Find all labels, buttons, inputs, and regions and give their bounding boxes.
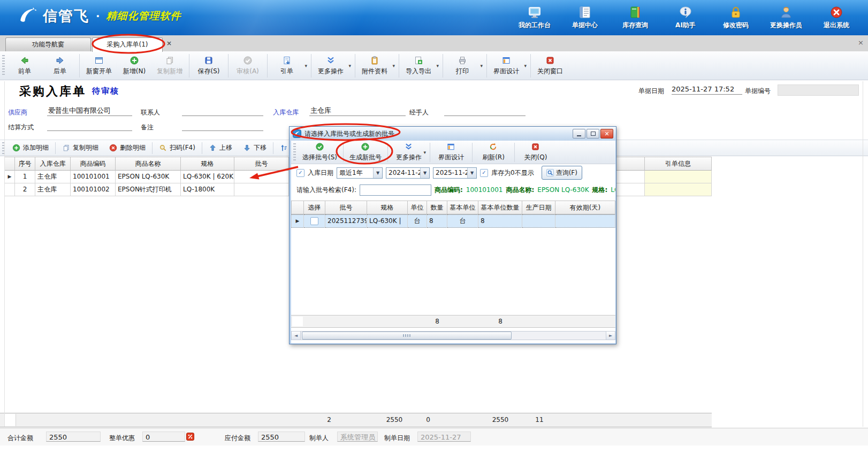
column-header[interactable]: 规格 [367, 201, 408, 214]
copy-detail-button[interactable]: 复制明细 [57, 141, 104, 155]
cell-qty[interactable]: 8 [427, 214, 447, 228]
batch-search-input[interactable] [360, 184, 431, 196]
scroll-left-arrow[interactable]: ◄ [292, 332, 301, 340]
nav-document-center[interactable]: 单据中心 [562, 4, 608, 31]
column-header[interactable]: 批号 [234, 157, 289, 171]
settle-field[interactable] [47, 121, 132, 131]
new-window-doc-button[interactable]: 新窗开单 [81, 53, 117, 79]
move-up-button[interactable]: 上移 [203, 141, 238, 155]
cell-batch[interactable] [234, 171, 289, 183]
supplier-field[interactable]: 爱普生中国有限公司 [47, 106, 132, 116]
column-header[interactable]: 选择 [304, 201, 325, 214]
nav-ai-assistant[interactable]: AI助手 [663, 4, 709, 31]
tab-purchase-inbound[interactable]: 采购入库单(1) [92, 37, 163, 52]
remark-field[interactable] [182, 121, 263, 131]
warehouse-field[interactable]: 主仓库 [309, 106, 406, 116]
horizontal-scrollbar[interactable]: ◄ ► [291, 331, 615, 340]
inbound-date-checkbox[interactable]: ✓ [296, 169, 304, 177]
cell-code[interactable]: 100101001 [71, 171, 116, 183]
batch-table-row[interactable]: ▶ 2025112739 LQ-630K | 台 8 台 8 [291, 214, 615, 228]
column-header[interactable]: 单位 [408, 201, 427, 214]
column-header[interactable]: 批号 [325, 201, 367, 214]
close-window-button[interactable]: 关闭窗口 [532, 53, 568, 79]
column-header[interactable]: 数量 [427, 201, 447, 214]
cell-seq[interactable]: 1 [15, 171, 35, 183]
query-button[interactable]: 查询(F) [542, 166, 582, 180]
cell-code[interactable]: 100101002 [71, 183, 116, 196]
order-discount-field[interactable]: 0 [142, 432, 185, 442]
pull-doc-button[interactable]: 引单 [269, 53, 309, 79]
column-header[interactable]: 有效期(天) [555, 201, 615, 214]
contact-field[interactable] [182, 106, 263, 116]
next-doc-button[interactable]: 后单 [42, 53, 78, 79]
select-batch-button[interactable]: 选择批号(S) [298, 142, 341, 163]
scrollbar-thumb[interactable] [302, 332, 512, 340]
generate-new-batch-button[interactable]: 生成新批号 [345, 142, 386, 163]
prev-doc-button[interactable]: 前单 [7, 53, 42, 79]
hide-zero-stock-checkbox[interactable]: ✓ [480, 169, 488, 177]
cell-warehouse[interactable]: 主仓库 [35, 183, 71, 196]
cell-base-qty[interactable]: 8 [478, 214, 522, 228]
cell-spec[interactable]: LQ-1800K [181, 183, 234, 196]
close-button[interactable]: ✕ [600, 129, 613, 138]
handler-field[interactable] [444, 106, 526, 116]
delete-detail-button[interactable]: 删除明细 [104, 141, 151, 155]
cell-name[interactable]: EPSON LQ-630K [116, 171, 181, 183]
cell-warehouse[interactable]: 主仓库 [35, 171, 71, 183]
payable-amount-field[interactable]: 2550 [258, 432, 305, 442]
minimize-button[interactable] [573, 129, 585, 138]
cell-valid-days[interactable] [555, 214, 615, 228]
cell-batch[interactable] [234, 183, 289, 196]
cell-spec[interactable]: LQ-630K | [367, 214, 408, 228]
nav-inventory-query[interactable]: 库存查询 [612, 4, 658, 31]
date-from-select[interactable]: 2024-11-27 ▼ [386, 167, 430, 179]
refresh-button[interactable]: 刷新(R) [474, 142, 513, 163]
cell-seq[interactable]: 2 [15, 183, 35, 196]
dialog-close-button[interactable]: 关闭(Q) [516, 142, 555, 163]
nav-switch-operator[interactable]: 更换操作员 [763, 4, 809, 31]
nav-exit-system[interactable]: 退出系统 [813, 4, 859, 31]
print-button[interactable]: 打印 [445, 53, 485, 79]
column-header[interactable]: 序号 [15, 157, 35, 171]
nav-change-password[interactable]: 修改密码 [713, 4, 759, 31]
column-header[interactable]: 基本单位数量 [478, 201, 522, 214]
column-header[interactable]: 引单信息 [645, 157, 712, 171]
attachments-button[interactable]: 附件资料 [357, 53, 397, 79]
cell-prod-date[interactable] [522, 214, 555, 228]
column-header[interactable]: 商品编码 [71, 157, 116, 171]
import-export-button[interactable]: 导入导出 [401, 53, 441, 79]
cell-unit[interactable]: 台 [408, 214, 427, 228]
date-to-select[interactable]: 2025-11-27 ▼ [433, 167, 477, 179]
doc-date-field[interactable]: 2025-11-27 17:52 [672, 85, 742, 95]
scroll-right-arrow[interactable]: ► [606, 332, 615, 340]
total-amount-field[interactable]: 2550 [46, 432, 101, 442]
add-detail-button[interactable]: 添加明细 [7, 141, 54, 155]
cell-ref-info[interactable] [645, 171, 712, 183]
restore-button[interactable] [587, 129, 599, 138]
scan-code-button[interactable]: 扫码(F4) [154, 141, 201, 155]
column-header[interactable]: 基本单位 [447, 201, 478, 214]
more-operations-button[interactable]: 更多操作 [313, 53, 353, 79]
column-header[interactable]: 生产日期 [522, 201, 555, 214]
cell-base-unit[interactable]: 台 [447, 214, 478, 228]
dialog-ui-design-button[interactable]: 界面设计 [432, 142, 470, 163]
row-select-checkbox[interactable] [310, 217, 318, 225]
move-down-button[interactable]: 下移 [238, 141, 272, 155]
add-new-button[interactable]: 新增(N) [117, 53, 152, 79]
dialog-title-bar[interactable]: 请选择入库批号或生成新的批号 ✕ [290, 127, 616, 141]
ui-design-button[interactable]: 界面设计 [489, 53, 529, 79]
column-header[interactable]: 入库仓库 [35, 157, 71, 171]
save-button[interactable]: 保存(S) [191, 53, 226, 79]
cell-spec[interactable]: LQ-630K | 620K [181, 171, 234, 183]
cell-batch[interactable]: 2025112739 [325, 214, 367, 228]
tab-close-icon[interactable]: × [165, 40, 173, 48]
column-header[interactable]: 商品名称 [116, 157, 181, 171]
tabstrip-close-icon[interactable]: × [858, 39, 864, 47]
nav-my-workbench[interactable]: 我的工作台 [512, 4, 558, 31]
cell-ref-info[interactable] [645, 183, 712, 196]
column-header[interactable]: 规格 [181, 157, 234, 171]
date-range-select[interactable]: 最近1年 ▼ [337, 167, 383, 179]
tab-function-navigator[interactable]: 功能导航窗 [5, 37, 91, 51]
cell-name[interactable]: EPSON针式打印机 [116, 183, 181, 196]
dialog-more-operations-button[interactable]: 更多操作 [390, 142, 428, 163]
